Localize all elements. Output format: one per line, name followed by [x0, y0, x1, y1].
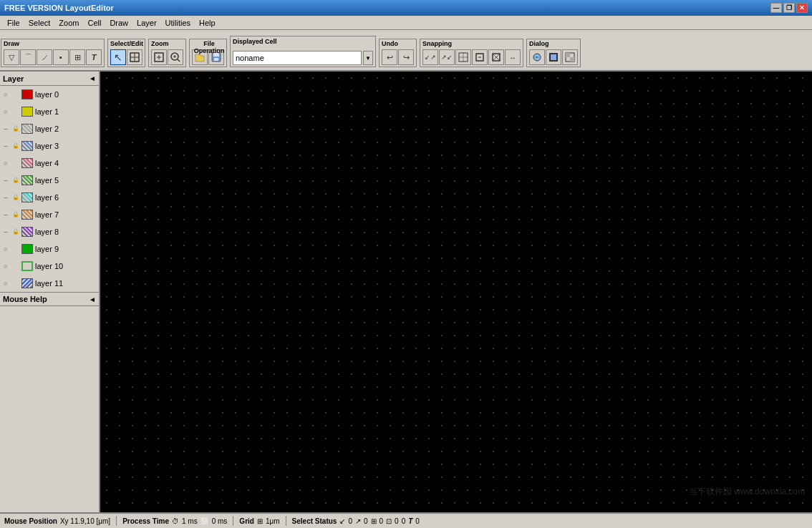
undo-icons: ↩ ↪ — [382, 49, 414, 65]
list-item[interactable]: ↔ 🔒 layer 8 — [0, 223, 99, 240]
layer-list: ○ layer 0 ○ layer 1 ↔ 🔒 layer 2 ↔ — [0, 86, 99, 292]
layer-lock-icon[interactable]: 🔒 — [12, 142, 19, 150]
dialog-1-btn[interactable] — [529, 49, 545, 65]
layer-lock-icon[interactable] — [12, 91, 19, 98]
select-icon-1: ↙ — [339, 517, 345, 525]
layer-visible-icon[interactable]: ↔ — [1, 124, 10, 133]
snap-5-btn[interactable] — [488, 49, 504, 65]
restore-button[interactable]: ❐ — [783, 3, 795, 13]
select-tool-btn[interactable]: ↖ — [110, 49, 126, 65]
zoom-fit-btn[interactable] — [151, 49, 167, 65]
layer-visible-icon[interactable]: ↔ — [1, 142, 10, 150]
layer-lock-icon[interactable]: 🔒 — [12, 194, 19, 201]
snap-2-btn[interactable]: ↗↙ — [439, 49, 455, 65]
layer-visible-icon[interactable]: ↔ — [1, 228, 10, 236]
list-item[interactable]: ○ layer 10 — [0, 258, 99, 275]
list-item[interactable]: ○ layer 4 — [0, 155, 99, 172]
edit-tool-btn[interactable] — [127, 49, 142, 65]
layer-name: layer 8 — [35, 228, 59, 236]
layer-lock-icon[interactable]: 🔒 — [12, 177, 19, 184]
draw-polygon-btn[interactable]: ▽ — [4, 49, 19, 65]
list-item[interactable]: ↔ 🔒 layer 3 — [0, 137, 99, 155]
grid-icon: ⊞ — [257, 517, 263, 525]
svg-rect-27 — [570, 57, 574, 62]
layer-visible-icon[interactable]: ○ — [1, 90, 10, 99]
draw-path-btn[interactable]: ⌒ — [20, 49, 36, 65]
minimize-button[interactable]: — — [770, 3, 782, 13]
app-title: FREE VERSION LayoutEditor — [4, 4, 114, 12]
layer-visible-icon[interactable]: ○ — [1, 159, 10, 167]
file-op-toolbar: File Operation — [189, 39, 227, 67]
draw-cell-btn[interactable]: ▪ — [53, 49, 69, 65]
menu-layer[interactable]: Layer — [132, 17, 161, 29]
redo-btn[interactable]: ↪ — [398, 49, 414, 65]
list-item[interactable]: ↔ 🔒 layer 7 — [0, 206, 99, 223]
layer-name: layer 11 — [35, 279, 63, 288]
draw-text-btn[interactable]: T — [86, 49, 102, 65]
draw-wire-btn[interactable]: ⟋ — [37, 49, 52, 65]
layer-name: layer 7 — [35, 210, 59, 219]
cell-dropdown-btn[interactable]: ▼ — [363, 51, 373, 65]
menu-zoom[interactable]: Zoom — [54, 17, 83, 29]
list-item[interactable]: ↔ 🔒 layer 2 — [0, 120, 99, 137]
layer-lock-icon[interactable] — [12, 108, 19, 115]
menu-select[interactable]: Select — [24, 17, 55, 29]
close-button[interactable]: ✕ — [796, 3, 808, 13]
snapping-label: Snapping — [422, 40, 452, 47]
snap-4-btn[interactable] — [472, 49, 488, 65]
draw-toolbar-label: Draw — [4, 40, 19, 47]
menu-draw[interactable]: Draw — [105, 17, 132, 29]
mouse-help-collapse-icon[interactable]: ◄ — [89, 295, 96, 303]
draw-toolbar: Draw ▽ ⌒ ⟋ ▪ ⊞ T — [1, 39, 105, 67]
layer-swatch — [21, 210, 33, 220]
layer-visible-icon[interactable]: ○ — [1, 279, 10, 288]
snapping-icons: ↙↗ ↗↙ ↔ — [422, 49, 521, 65]
layer-lock-icon[interactable]: 🔒 — [12, 125, 19, 132]
list-item[interactable]: ○ layer 9 — [0, 240, 99, 258]
layer-visible-icon[interactable]: ↔ — [1, 176, 10, 185]
menu-utilities[interactable]: Utilities — [161, 17, 195, 29]
layer-visible-icon[interactable]: ○ — [1, 245, 10, 253]
draw-special-btn[interactable]: ⊞ — [69, 49, 85, 65]
dialog-3-btn[interactable] — [562, 49, 578, 65]
cell-name-input[interactable] — [233, 51, 362, 65]
zoom-in-btn[interactable] — [168, 49, 183, 65]
list-item[interactable]: ○ layer 0 — [0, 86, 99, 103]
dialog-2-btn[interactable] — [546, 49, 561, 65]
layer-visible-icon[interactable]: ○ — [1, 107, 10, 116]
menu-file[interactable]: File — [3, 17, 24, 29]
select-icon-2: ↗ — [355, 517, 361, 525]
dialog-toolbar: Dialog — [526, 39, 581, 67]
layer-lock-icon[interactable]: 🔒 — [12, 228, 19, 235]
layer-visible-icon[interactable]: ↔ — [1, 193, 10, 202]
menu-cell[interactable]: Cell — [83, 17, 105, 29]
layer-lock-icon[interactable] — [12, 263, 19, 270]
list-item[interactable]: ↔ 🔒 layer 6 — [0, 189, 99, 206]
layer-lock-icon[interactable]: 🔒 — [12, 211, 19, 218]
snap-3-btn[interactable] — [455, 49, 471, 65]
layer-visible-icon[interactable]: ↔ — [1, 210, 10, 219]
layer-swatch — [21, 227, 33, 237]
canvas-area[interactable]: 当下软件园 www.downxia.com — [100, 72, 812, 512]
layer-visible-icon[interactable]: ○ — [1, 262, 10, 270]
layer-swatch — [21, 261, 33, 271]
menu-help[interactable]: Help — [195, 17, 220, 29]
layer-collapse-icon[interactable]: ◄ — [89, 74, 96, 82]
snap-6-btn[interactable]: ↔ — [505, 49, 521, 65]
layer-lock-icon[interactable] — [12, 245, 19, 253]
list-item[interactable]: ○ layer 1 — [0, 103, 99, 120]
dialog-label: Dialog — [529, 40, 549, 47]
select-val5: 0 — [402, 517, 406, 525]
mouse-position-label: Mouse Position — [4, 517, 57, 525]
clock2-icon: ⬜ — [200, 517, 209, 525]
list-item[interactable]: ↔ 🔒 layer 5 — [0, 172, 99, 189]
title-bar-controls: — ❐ ✕ — [770, 3, 808, 13]
undo-btn[interactable]: ↩ — [382, 49, 397, 65]
layer-name: layer 6 — [35, 193, 59, 202]
list-item[interactable]: ○ layer 11 — [0, 275, 99, 292]
process-time-group: Process Time ⏱ 1 ms ⬜ 0 ms — [122, 517, 227, 525]
layer-lock-icon[interactable] — [12, 160, 19, 167]
snap-1-btn[interactable]: ↙↗ — [422, 49, 438, 65]
layer-lock-icon[interactable] — [12, 280, 19, 287]
cell-input-group: ▼ — [233, 51, 373, 65]
